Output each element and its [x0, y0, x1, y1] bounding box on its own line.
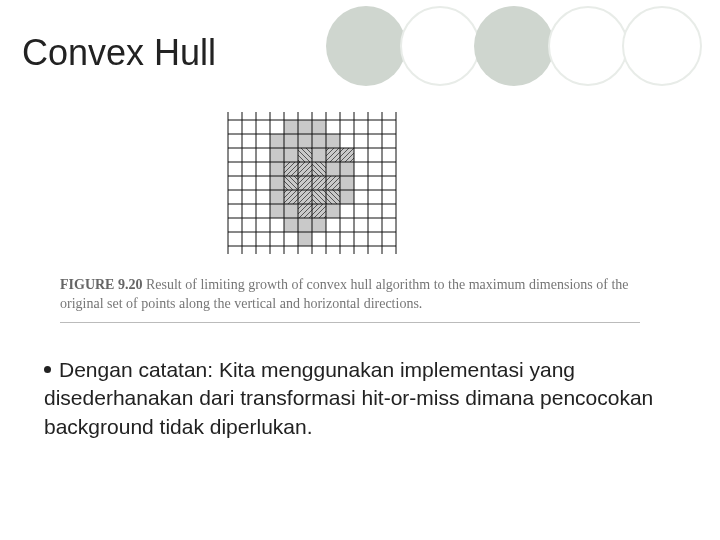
circle-icon [400, 6, 480, 86]
page-title: Convex Hull [22, 32, 216, 74]
svg-rect-14 [298, 176, 340, 190]
bullet-paragraph: Dengan catatan: Kita menggunakan impleme… [44, 356, 684, 441]
svg-rect-12 [312, 162, 326, 176]
bullet-text: Dengan catatan: Kita menggunakan impleme… [44, 358, 653, 438]
bullet-icon [44, 366, 51, 373]
svg-rect-1 [270, 134, 340, 148]
circle-icon [326, 6, 406, 86]
figure [225, 112, 415, 260]
circle-icon [622, 6, 702, 86]
svg-rect-7 [284, 218, 326, 232]
figure-caption: FIGURE 9.20 Result of limiting growth of… [60, 276, 640, 323]
svg-rect-0 [284, 120, 326, 134]
figure-caption-text: Result of limiting growth of convex hull… [60, 277, 629, 311]
circle-icon [548, 6, 628, 86]
svg-rect-8 [298, 232, 312, 246]
decorative-circles [332, 6, 702, 86]
svg-rect-13 [284, 176, 298, 190]
circle-icon [474, 6, 554, 86]
svg-rect-9 [298, 148, 312, 162]
figure-label: FIGURE 9.20 [60, 277, 142, 292]
grid-diagram [225, 112, 415, 260]
